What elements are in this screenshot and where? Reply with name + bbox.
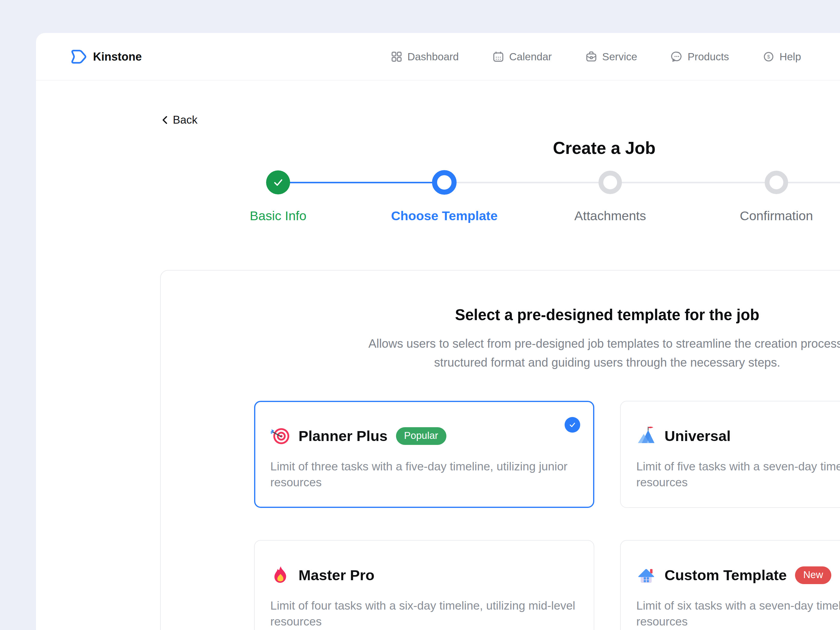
template-card-universal[interactable]: Universal Limit of five tasks with a sev… [620, 401, 840, 508]
mountain-flag-emoji-icon [636, 426, 656, 446]
stepper-connector-done [278, 182, 444, 183]
nav-item-service[interactable]: Service [585, 51, 637, 63]
step-label-basic-info[interactable]: Basic Info [250, 208, 306, 223]
template-name: Universal [665, 428, 731, 444]
template-card-custom-template[interactable]: Custom Template New Limit of six tasks w… [620, 540, 840, 630]
template-description: Limit of six tasks with a seven-day time… [636, 598, 840, 629]
dollar-circle-icon: $ [763, 51, 775, 63]
popular-badge: Popular [396, 427, 447, 445]
fire-emoji-icon [270, 565, 290, 585]
page-title: Create a Job [553, 138, 655, 158]
nav-item-label: Help [779, 51, 801, 63]
panel-description-line: structured format and guiding users thro… [161, 353, 840, 372]
check-icon [272, 176, 285, 189]
step-confirmation-circle[interactable] [765, 171, 788, 194]
template-description: Limit of three tasks with a five-day tim… [270, 458, 578, 490]
panel-description-line: Allows users to select from pre-designed… [161, 334, 840, 353]
template-description: Limit of four tasks with a six-day timel… [270, 598, 578, 629]
nav-item-label: Service [602, 51, 637, 63]
target-emoji-icon [270, 426, 290, 446]
house-emoji-icon [636, 565, 656, 585]
brand-name: Kinstone [93, 51, 142, 63]
back-button[interactable]: Back [160, 111, 197, 129]
nav-item-label: Dashboard [407, 51, 459, 63]
panel-heading: Select a pre-designed template for the j… [161, 306, 840, 324]
dashboard-grid-icon [391, 51, 403, 63]
step-choose-template-circle[interactable] [432, 170, 456, 195]
nav-item-calendar[interactable]: Calendar [492, 51, 552, 63]
kinstone-logo-icon [69, 47, 88, 66]
step-attachments-circle[interactable] [598, 171, 622, 194]
calendar-icon [492, 51, 504, 63]
chat-bubble-icon [671, 51, 683, 63]
selected-check-indicator [565, 417, 580, 433]
step-label-confirmation[interactable]: Confirmation [740, 208, 813, 223]
template-panel: Select a pre-designed template for the j… [160, 270, 840, 630]
back-label: Back [173, 114, 197, 126]
nav-item-help[interactable]: $ Help [763, 51, 801, 63]
new-badge: New [795, 567, 831, 584]
chevron-left-icon [160, 114, 169, 126]
step-label-choose-template[interactable]: Choose Template [391, 208, 497, 223]
template-card-planner-plus[interactable]: Planner Plus Popular Limit of three task… [254, 401, 594, 508]
step-label-attachments[interactable]: Attachments [575, 208, 646, 223]
nav-item-dashboard[interactable]: Dashboard [391, 51, 459, 63]
panel-description: Allows users to select from pre-designed… [161, 334, 840, 372]
template-name: Custom Template [665, 567, 786, 584]
template-name: Master Pro [298, 567, 374, 584]
template-description: Limit of five tasks with a seven-day tim… [636, 458, 840, 490]
nav-item-label: Calendar [509, 51, 552, 63]
top-navbar: Kinstone Dashboard [36, 33, 840, 81]
briefcase-icon [585, 51, 597, 63]
svg-text:$: $ [767, 54, 770, 60]
template-card-master-pro[interactable]: Master Pro Limit of four tasks with a si… [254, 540, 594, 630]
nav-menu: Dashboard Calendar [391, 33, 801, 81]
nav-item-products[interactable]: Products [671, 51, 729, 63]
template-name: Planner Plus [298, 428, 388, 444]
nav-item-label: Products [688, 51, 729, 63]
app-window: Kinstone Dashboard [36, 33, 840, 630]
brand[interactable]: Kinstone [69, 33, 142, 81]
step-basic-info-circle[interactable] [266, 171, 290, 194]
